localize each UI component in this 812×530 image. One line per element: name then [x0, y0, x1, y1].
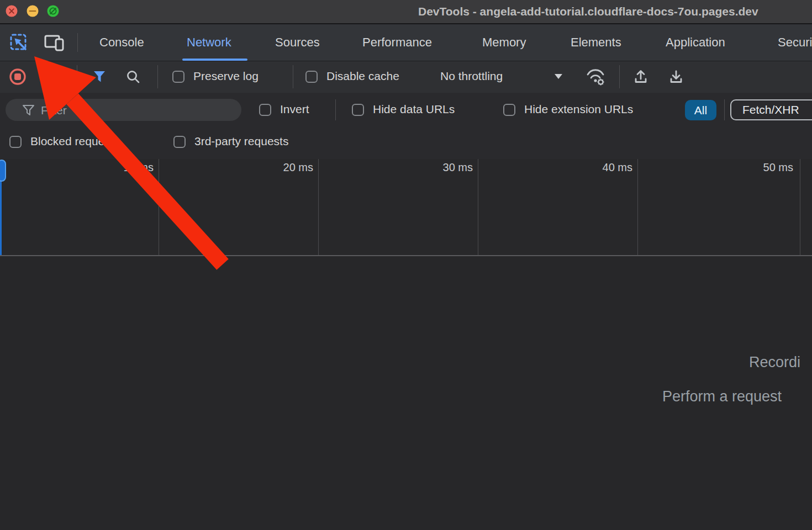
inspect-element-icon[interactable]: [9, 33, 28, 52]
overview-tick-40ms: 40 ms: [577, 161, 632, 174]
overview-gridline: [159, 159, 159, 255]
request-type-chip-fetch-xhr[interactable]: Fetch/XHR: [730, 99, 812, 120]
preserve-log-checkbox[interactable]: [172, 71, 184, 83]
zoom-button[interactable]: [48, 6, 59, 17]
filter-input[interactable]: [40, 101, 235, 120]
network-toolbar: [0, 61, 812, 93]
filter-divider: [724, 99, 725, 120]
preserve-log-label: Preserve log: [193, 70, 259, 83]
tab-elements[interactable]: Elements: [571, 35, 621, 50]
toolbar-divider: [77, 65, 77, 88]
third-party-requests-label: 3rd-party requests: [194, 135, 288, 148]
overview-tick-30ms: 30 ms: [418, 161, 473, 174]
hide-data-urls-checkbox[interactable]: [352, 104, 364, 116]
overview-tick-20ms: 20 ms: [258, 161, 313, 174]
invert-label: Invert: [280, 103, 309, 116]
filter-divider: [335, 99, 336, 120]
tab-security[interactable]: Security: [778, 35, 812, 50]
search-icon[interactable]: [126, 70, 140, 84]
minimize-button[interactable]: [27, 6, 39, 17]
devtools-window: DevTools - angela-add-tutorial.cloudflar…: [0, 0, 812, 530]
blocked-requests-checkbox[interactable]: [9, 136, 22, 148]
empty-state-recording-text: Recordi: [749, 354, 800, 371]
filter-field[interactable]: [6, 99, 241, 121]
hide-extension-urls-checkbox[interactable]: [503, 104, 515, 116]
invert-checkbox[interactable]: [259, 104, 271, 116]
overview-selection-line: [0, 181, 2, 255]
tab-performance[interactable]: Performance: [362, 35, 432, 50]
funnel-outline-icon: [22, 104, 35, 116]
overview-drag-handle[interactable]: [0, 160, 6, 182]
toolbar-divider: [157, 65, 158, 88]
device-toolbar-icon[interactable]: [43, 33, 65, 52]
traffic-lights: [6, 5, 60, 17]
record-button[interactable]: [8, 67, 27, 86]
import-har-icon[interactable]: [632, 68, 650, 86]
disable-cache-checkbox[interactable]: [305, 71, 318, 83]
overview-tick-50ms: 50 ms: [738, 161, 793, 174]
empty-state-hint-text: Perform a request: [662, 388, 782, 405]
hide-extension-urls-label: Hide extension URLs: [524, 103, 633, 116]
hide-data-urls-label: Hide data URLs: [373, 103, 455, 116]
tabbar-divider: [77, 33, 78, 52]
caret-down-icon: [554, 73, 563, 80]
request-type-chip-all[interactable]: All: [685, 100, 716, 120]
blocked-requests-label: Blocked requests: [30, 135, 119, 148]
tab-console[interactable]: Console: [99, 35, 144, 50]
close-button[interactable]: [6, 6, 18, 17]
tab-network[interactable]: Network: [187, 35, 231, 50]
overview-gridline: [637, 159, 638, 255]
export-har-icon[interactable]: [667, 68, 685, 86]
third-party-requests-checkbox[interactable]: [173, 136, 186, 148]
overview-gridline: [478, 159, 478, 255]
overview-gridline: [318, 159, 319, 255]
overview-gridline: [800, 159, 800, 255]
window-title: DevTools - angela-add-tutorial.cloudflar…: [418, 5, 758, 18]
clear-icon[interactable]: [40, 70, 56, 85]
tab-sources[interactable]: Sources: [275, 35, 320, 50]
disable-cache-label: Disable cache: [326, 70, 399, 83]
network-conditions-icon[interactable]: [584, 67, 607, 86]
filter-toggle-icon[interactable]: [93, 71, 106, 83]
throttling-value: No throttling: [440, 70, 503, 83]
overview-tick-10ms: 10 ms: [98, 161, 154, 174]
toolbar-divider: [619, 65, 620, 88]
tab-memory[interactable]: Memory: [482, 35, 526, 50]
toolbar-divider: [293, 65, 293, 88]
filter-row-secondary: [0, 126, 812, 159]
tab-application[interactable]: Application: [666, 35, 725, 50]
gear-icon: [598, 79, 604, 86]
